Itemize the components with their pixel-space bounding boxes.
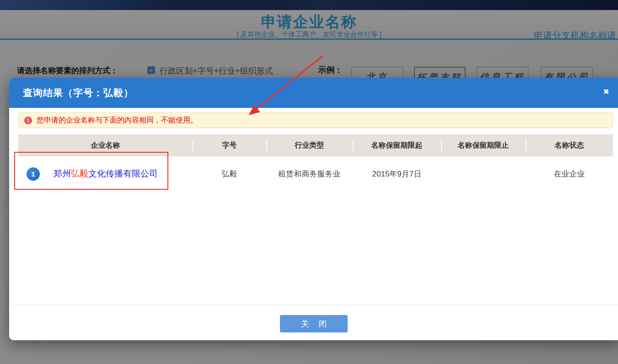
company-name-suffix: 文化传播有限公司 <box>88 169 158 178</box>
col-header-reserve-start: 名称保留期限起 <box>353 134 441 156</box>
cell-company-name: 1 郑州弘毅文化传播有限公司 <box>18 167 193 181</box>
company-name-prefix: 郑州 <box>54 169 71 178</box>
dialog-footer: 关 闭 <box>9 305 618 340</box>
col-header-status: 名称状态 <box>526 134 613 156</box>
close-button[interactable]: 关 闭 <box>280 315 348 332</box>
cell-tradename: 弘毅 <box>193 169 266 179</box>
cell-industry: 租赁和商务服务业 <box>266 169 353 179</box>
result-table: 企业名称 字号 行业类型 名称保留期限起 名称保留期限止 名称状态 1 郑州弘毅… <box>18 134 613 191</box>
cell-status: 在业企业 <box>526 169 613 179</box>
warning-exclamation-icon: ! <box>24 117 32 124</box>
company-name-link[interactable]: 郑州弘毅文化传播有限公司 <box>54 168 158 180</box>
query-result-dialog: 查询结果（字号：弘毅） ✖ ! 您申请的企业名称与下面的内容相同，不能使用。 企… <box>9 78 618 340</box>
table-row: 1 郑州弘毅文化传播有限公司 弘毅 租赁和商务服务业 2015年9月7日 在业企… <box>18 156 613 191</box>
dialog-header: 查询结果（字号：弘毅） ✖ <box>9 78 618 108</box>
col-header-industry: 行业类型 <box>266 134 353 156</box>
col-header-reserve-end: 名称保留期限止 <box>441 134 526 156</box>
dialog-title: 查询结果（字号：弘毅） <box>23 86 134 99</box>
col-header-tradename: 字号 <box>193 134 266 156</box>
warning-text: 您申请的企业名称与下面的内容相同，不能使用。 <box>37 116 198 125</box>
row-index-badge: 1 <box>27 167 40 181</box>
close-icon[interactable]: ✖ <box>603 87 609 96</box>
company-name-highlight: 弘毅 <box>71 169 88 178</box>
table-header-row: 企业名称 字号 行业类型 名称保留期限起 名称保留期限止 名称状态 <box>18 134 613 156</box>
col-header-company-name: 企业名称 <box>18 134 193 156</box>
warning-banner: ! 您申请的企业名称与下面的内容相同，不能使用。 <box>18 112 613 128</box>
screen: 申请企业名称 [ 及其他企业、个体工商户、农民专业合作社等 ] 申请分支机构名称… <box>0 0 618 364</box>
cell-reserve-start: 2015年9月7日 <box>353 169 441 179</box>
